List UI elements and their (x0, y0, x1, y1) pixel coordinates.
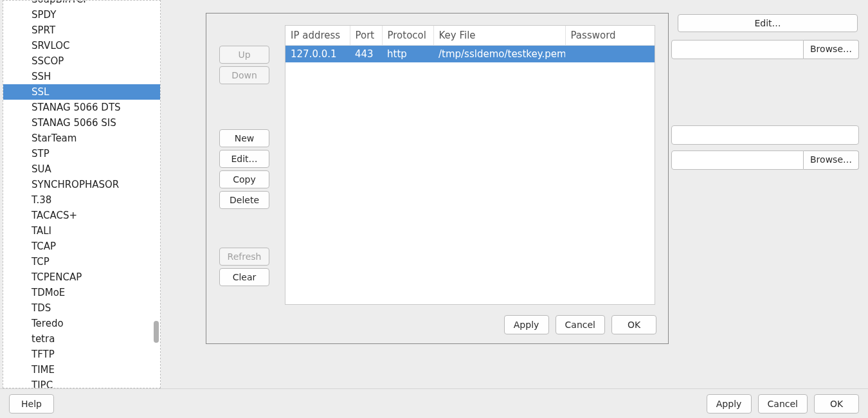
protocol-item[interactable]: TALI (3, 223, 160, 239)
new-button[interactable]: New (219, 129, 269, 147)
rsa-keys-table[interactable]: IP address Port Protocol Key File Passwo… (285, 26, 655, 62)
protocol-item[interactable]: TFTP (3, 347, 160, 362)
cell-ip: 127.0.0.1 (285, 46, 350, 63)
copy-button[interactable]: Copy (219, 170, 269, 188)
protocol-item[interactable]: STANAG 5066 DTS (3, 100, 160, 115)
clear-button[interactable]: Clear (219, 268, 269, 286)
cell-port: 443 (350, 46, 382, 63)
protocol-item[interactable]: Teredo (3, 316, 160, 331)
right-options-panel: Edit… Browse… Browse… (671, 0, 864, 388)
dialog-footer: Apply Cancel OK (504, 315, 656, 334)
ssl-debug-file-input[interactable] (671, 40, 804, 59)
rsa-keys-table-wrap: IP address Port Protocol Key File Passwo… (285, 25, 655, 305)
psk-input[interactable] (671, 125, 859, 145)
protocol-item[interactable]: TACACS+ (3, 208, 160, 223)
dialog-apply-button[interactable]: Apply (504, 315, 549, 334)
rsa-keys-edit-row: Edit… (678, 14, 858, 32)
protocol-item[interactable]: SoapBinTCP (3, 1, 160, 7)
protocol-item[interactable]: T.38 (3, 192, 160, 208)
protocol-item-ssl[interactable]: SSL (3, 84, 160, 100)
outer-ok-button[interactable]: OK (814, 394, 859, 413)
protocol-item[interactable]: SSCOP (3, 53, 160, 69)
protocol-item[interactable]: SSH (3, 69, 160, 84)
protocol-item[interactable]: tetra (3, 331, 160, 347)
protocol-item[interactable]: SPRT (3, 23, 160, 38)
protocol-list[interactable]: SoapBinTCP SPDY SPRT SRVLOC SSCOP SSH SS… (3, 1, 160, 388)
protocol-item[interactable]: TDS (3, 300, 160, 316)
protocol-item[interactable]: SYNCHROPHASOR (3, 177, 160, 192)
col-keyfile[interactable]: Key File (433, 26, 565, 46)
protocol-item[interactable]: STANAG 5066 SIS (3, 115, 160, 131)
protocol-item[interactable]: SRVLOC (3, 38, 160, 53)
edit-button[interactable]: Edit… (219, 150, 269, 168)
dialog-cancel-button[interactable]: Cancel (556, 315, 605, 334)
protocol-item[interactable]: SUA (3, 161, 160, 177)
down-button[interactable]: Down (219, 66, 269, 84)
protocol-item[interactable]: SPDY (3, 7, 160, 23)
protocol-item[interactable]: StarTeam (3, 131, 160, 146)
protocol-item[interactable]: TCAP (3, 239, 160, 254)
outer-cancel-button[interactable]: Cancel (758, 394, 808, 413)
cell-password (565, 46, 655, 63)
col-protocol[interactable]: Protocol (382, 26, 433, 46)
outer-footer: Help Apply Cancel OK (0, 388, 868, 418)
outer-apply-button[interactable]: Apply (707, 394, 752, 413)
help-button[interactable]: Help (9, 394, 54, 413)
rsa-keys-edit-button[interactable]: Edit… (678, 14, 858, 32)
ssl-debug-file-browse-button[interactable]: Browse… (804, 40, 859, 59)
protocol-item[interactable]: TDMoE (3, 285, 160, 300)
protocol-item[interactable]: TCPENCAP (3, 269, 160, 285)
table-row[interactable]: 127.0.0.1 443 http /tmp/ssldemo/testkey.… (285, 46, 655, 63)
protocol-item[interactable]: STP (3, 146, 160, 161)
cell-keyfile: /tmp/ssldemo/testkey.pem (433, 46, 565, 63)
keylog-file-browse-button[interactable]: Browse… (804, 150, 859, 170)
col-port[interactable]: Port (350, 26, 382, 46)
refresh-button[interactable]: Refresh (219, 248, 269, 266)
rsa-keys-dialog: Up Down New Edit… Copy Delete Refresh Cl… (206, 13, 669, 344)
col-password[interactable]: Password (565, 26, 655, 46)
cell-protocol: http (382, 46, 433, 63)
col-ip[interactable]: IP address (285, 26, 350, 46)
scrollbar-thumb[interactable] (154, 321, 159, 343)
dialog-ok-button[interactable]: OK (611, 315, 656, 334)
up-button[interactable]: Up (219, 46, 269, 64)
protocol-item[interactable]: TCP (3, 254, 160, 269)
dialog-side-buttons: Up Down New Edit… Copy Delete Refresh Cl… (219, 46, 269, 286)
protocol-list-panel: SoapBinTCP SPDY SPRT SRVLOC SSCOP SSH SS… (3, 0, 161, 388)
protocol-item[interactable]: TIPC (3, 377, 160, 388)
protocol-item[interactable]: TIME (3, 362, 160, 377)
delete-button[interactable]: Delete (219, 191, 269, 209)
keylog-file-input[interactable] (671, 150, 804, 170)
